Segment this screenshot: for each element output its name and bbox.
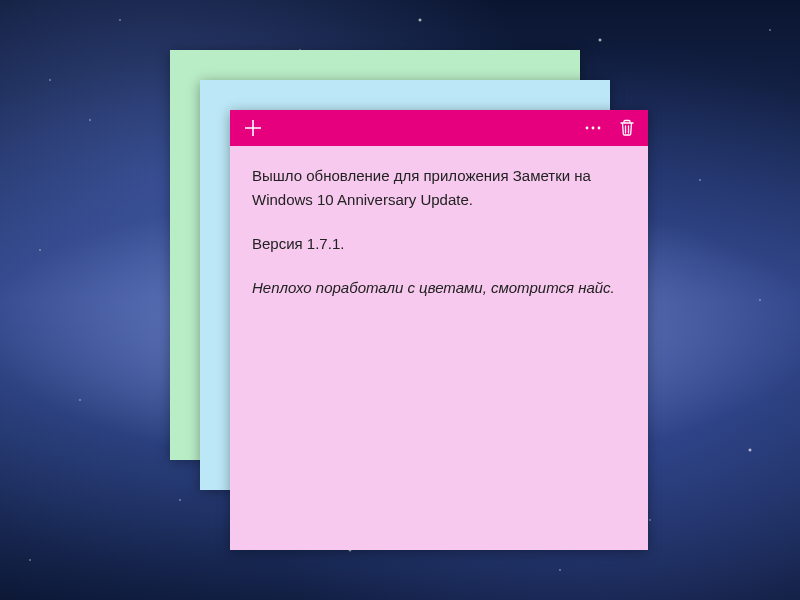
note-body[interactable]: Вышло обновление для приложения Заметки … bbox=[230, 146, 648, 338]
delete-button[interactable] bbox=[610, 110, 644, 146]
note-text-line-3: Неплохо поработали с цветами, смотрится … bbox=[252, 276, 626, 300]
ellipsis-icon bbox=[584, 119, 602, 137]
note-text-line-1: Вышло обновление для приложения Заметки … bbox=[252, 164, 626, 212]
sticky-note-active[interactable]: Вышло обновление для приложения Заметки … bbox=[230, 110, 648, 550]
svg-point-0 bbox=[586, 127, 589, 130]
add-note-button[interactable] bbox=[236, 110, 270, 146]
more-button[interactable] bbox=[576, 110, 610, 146]
trash-icon bbox=[619, 119, 635, 137]
plus-icon bbox=[244, 119, 262, 137]
svg-point-2 bbox=[598, 127, 601, 130]
note-titlebar[interactable] bbox=[230, 110, 648, 146]
svg-point-1 bbox=[592, 127, 595, 130]
note-text-line-2: Версия 1.7.1. bbox=[252, 232, 626, 256]
